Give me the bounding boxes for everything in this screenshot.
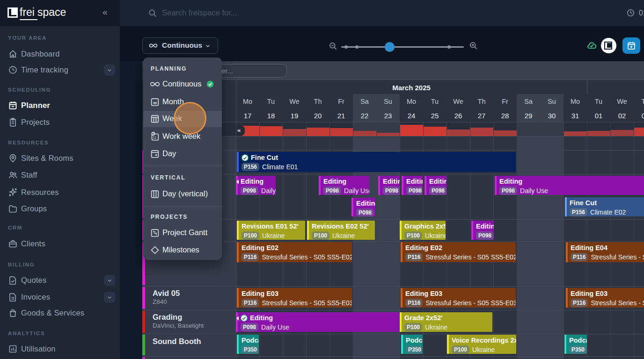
svg-text:30: 30 (153, 101, 157, 105)
